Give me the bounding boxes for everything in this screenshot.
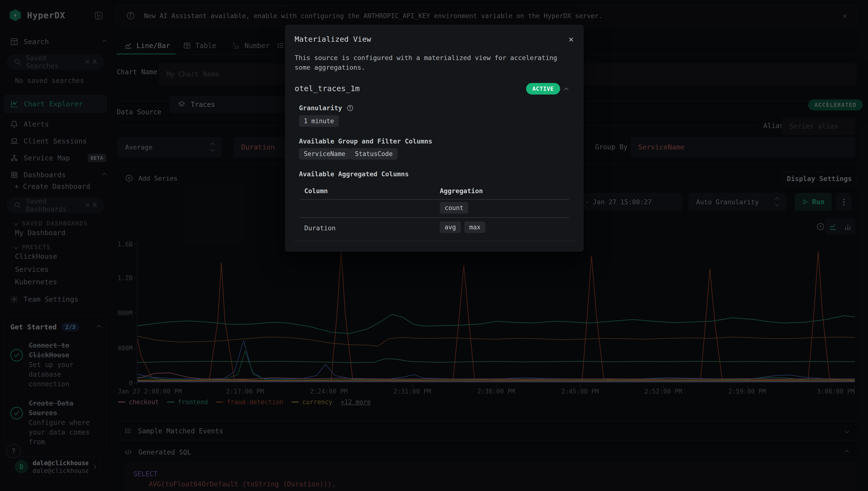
info-icon[interactable] — [347, 105, 354, 112]
view-name: otel_traces_1m — [295, 84, 360, 93]
close-icon[interactable]: ✕ — [569, 34, 574, 44]
table-header-column: Column — [304, 187, 328, 195]
table-cell-column: Duration — [304, 224, 336, 232]
aggregation-chip: max — [465, 221, 485, 233]
table-header-aggregation: Aggregation — [440, 187, 483, 195]
table-divider — [300, 217, 569, 218]
chevron-up-icon[interactable] — [564, 88, 568, 92]
granularity-label: Granularity — [299, 104, 342, 112]
group-filter-chip: ServiceName — [299, 148, 350, 160]
modal-title: Materialized View — [295, 35, 371, 44]
table-divider — [300, 199, 569, 200]
active-badge: ACTIVE — [526, 83, 560, 94]
materialized-view-modal: Materialized View ✕ This source is confi… — [285, 25, 583, 252]
aggregation-chip: avg — [440, 221, 461, 233]
table-divider — [294, 241, 575, 241]
granularity-label-row: Granularity — [299, 104, 354, 112]
group-filter-chip: StatusCode — [350, 148, 397, 160]
modal-description: This source is configured with a materia… — [295, 53, 569, 73]
aggregated-label: Available Aggregated Columns — [299, 170, 409, 178]
granularity-chip: 1 minute — [299, 115, 339, 127]
aggregation-chip: count — [440, 202, 468, 214]
group-filter-label: Available Group and Filter Columns — [299, 138, 432, 145]
